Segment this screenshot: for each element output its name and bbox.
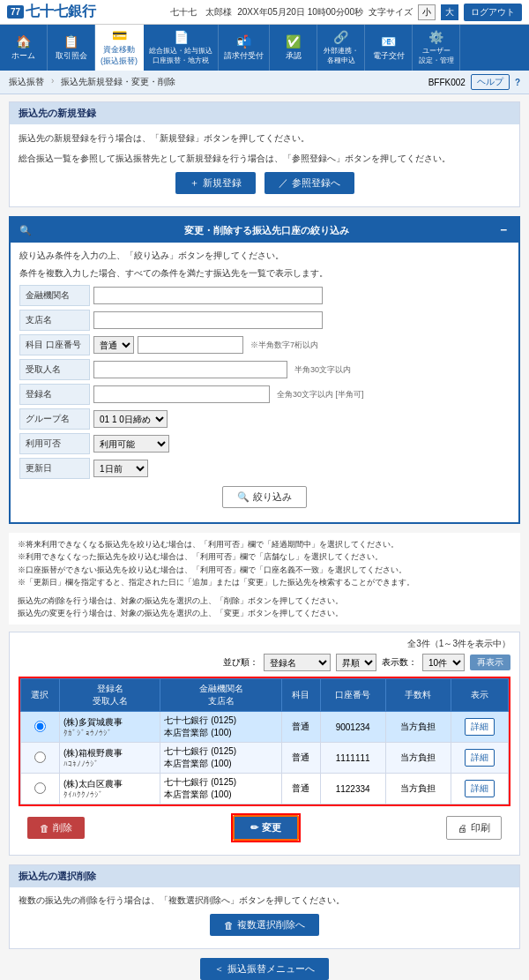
row2-detail-button[interactable]: 詳細 (465, 749, 495, 767)
row2-radio[interactable] (34, 752, 46, 763)
user-icon: ⚙️ (428, 30, 443, 44)
back-button[interactable]: ＜ 振込振替メニューへ (200, 958, 329, 980)
nav-item-approve[interactable]: ✅ 承認 (270, 25, 317, 71)
regname-input-area: 全角30文字以内 [半角可] (93, 385, 510, 403)
delete-btn-label: 削除 (53, 821, 72, 834)
nav-label-user: ユーザー 設定・管理 (419, 46, 454, 65)
dispcount-select[interactable]: 10件20件50件 (422, 654, 465, 671)
back-btn-row: ＜ 振込振替メニューへ (9, 958, 520, 980)
row2-detail[interactable]: 詳細 (451, 743, 508, 774)
row1-select[interactable] (21, 712, 60, 743)
print-button[interactable]: 🖨 印刷 (446, 816, 502, 840)
nav-item-receipt[interactable]: 📬 請求付受付 (219, 25, 270, 71)
row3-fee: 当方負担 (385, 774, 451, 804)
search-icon: 🔍 (237, 491, 250, 503)
new-reg-btn-label: 新規登録 (203, 176, 242, 190)
table-row: (株)多賀城農事 ﾀｶﾞｼﾞｮｳﾉｳｼﾞ 七十七銀行 (0125) 本店営業部 … (21, 712, 509, 743)
available-select[interactable]: 利用可能利用不可経過期間中店舗名不一致 (93, 435, 169, 453)
sel-del-title: 振込先の選択削除 (10, 865, 519, 887)
reload-button[interactable]: 再表示 (470, 655, 510, 670)
search-button[interactable]: 🔍 絞り込み (222, 486, 307, 508)
breadcrumb-separator: › (51, 76, 54, 88)
bank-logo-area: 77 七十七銀行 (7, 3, 96, 21)
row1-detail[interactable]: 詳細 (451, 712, 508, 743)
breadcrumb-code: BFFK002 (428, 78, 466, 87)
note-3: ※口座振替ができない振込先を絞り込む場合は、「利用可否」欄で「口座名義不一致」を… (18, 564, 511, 576)
search-btn-row: 🔍 絞り込み (19, 486, 510, 508)
trash-icon: 🗑 (40, 823, 49, 834)
ref-reg-button[interactable]: ／ 参照登録へ (264, 172, 354, 194)
row3-radio[interactable] (34, 782, 46, 794)
font-small-btn[interactable]: 小 (418, 4, 436, 20)
delete-button[interactable]: 🗑 削除 (27, 817, 85, 839)
results-table-container: 選択 登録名受取人名 金融機関名支店名 科目 口座番号 手数料 表示 (19, 677, 510, 806)
nav-item-user[interactable]: ⚙️ ユーザー 設定・管理 (413, 25, 460, 71)
sort-select[interactable]: 登録名受取人名金融機関名 (264, 654, 331, 671)
row1-type: 普通 (281, 712, 320, 743)
new-reg-title: 振込先の新規登録 (10, 102, 519, 124)
nav-item-inquiry[interactable]: 📋 取引照会 (48, 25, 95, 71)
group-label: グループ名 (19, 408, 90, 430)
datetime: 20XX年05月20日 10時00分00秒 (237, 6, 363, 19)
regname-input[interactable] (93, 385, 270, 403)
row1-detail-button[interactable]: 詳細 (465, 718, 495, 736)
row3-detail[interactable]: 詳細 (451, 774, 508, 804)
main-nav: 🏠 ホーム 📋 取引照会 💳 資金移動 (振込振替) 📄 総合振込・給与振込 口… (0, 25, 529, 71)
row1-radio[interactable] (34, 721, 46, 732)
recipient-input[interactable] (93, 361, 287, 378)
help-icon: ? (515, 78, 520, 87)
filter-search-icon: 🔍 (19, 225, 32, 236)
recipient-input-area: 半角30文字以内 (93, 361, 510, 378)
font-large-btn[interactable]: 大 (441, 4, 458, 20)
form-row-account: 科目 口座番号 普通当座貯蓄 ※半角数字7桁以内 (19, 334, 510, 355)
top-bar: 77 七十七銀行 七十七 太郎様 20XX年05月20日 10時00分00秒 文… (0, 0, 529, 25)
row1-bank: 七十七銀行 (0125) 本店営業部 (100) (160, 712, 281, 743)
back-btn-label: 振込振替メニューへ (227, 962, 315, 976)
nav-item-foreign[interactable]: 🔗 外部連携・ 各種申込 (317, 25, 365, 71)
nav-label-receipt: 請求付受付 (224, 50, 264, 62)
breadcrumb: 振込振替 › 振込先新規登録・変更・削除 BFFK002 ヘルプ ? (0, 71, 529, 94)
sort-label: 並び順： (223, 656, 258, 669)
results-info: 全3件（1～3件を表示中） (19, 638, 510, 650)
form-row-branch: 支店名 (19, 310, 510, 331)
filter-section: 🔍 変更・削除する振込先口座の絞り込み － 絞り込み条件を入力の上、「絞り込み」… (9, 216, 520, 524)
nav-item-home[interactable]: 🏠 ホーム (0, 25, 48, 71)
top-bar-right: 七十七 太郎様 20XX年05月20日 10時00分00秒 文字サイズ 小 大 … (170, 4, 522, 21)
print-btn-label: 印刷 (471, 821, 490, 834)
row3-select[interactable] (21, 774, 60, 804)
account-number-input[interactable] (138, 336, 243, 354)
results-section: 全3件（1～3件を表示中） 並び順： 登録名受取人名金融機関名 昇順降順 表示数… (9, 632, 520, 856)
row2-type: 普通 (281, 743, 320, 774)
branch-input[interactable] (93, 311, 323, 329)
form-row-available: 利用可否 利用可能利用不可経過期間中店舗名不一致 (19, 433, 510, 454)
account-type-select[interactable]: 普通当座貯蓄 (93, 336, 134, 354)
results-table: 選択 登録名受取人名 金融機関名支店名 科目 口座番号 手数料 表示 (20, 678, 509, 804)
multi-del-button[interactable]: 🗑 複数選択削除へ (210, 914, 319, 936)
nav-label-payroll: 総合振込・給与振込 口座振替・地方税 (149, 46, 212, 65)
filter-collapse-button[interactable]: － (497, 222, 510, 238)
multi-del-icon: 🗑 (224, 920, 234, 931)
row2-select[interactable] (21, 743, 60, 774)
form-row-updatedate: 更新日 1日前3日前7日前1ヶ月前 (19, 458, 510, 479)
branch-label: 支店名 (19, 310, 90, 331)
nav-item-epay[interactable]: 📧 電子交付 (365, 25, 413, 71)
updatedate-select[interactable]: 1日前3日前7日前1ヶ月前 (93, 460, 148, 477)
change-button[interactable]: ✏ 変更 (233, 815, 299, 841)
order-select[interactable]: 昇順降順 (336, 654, 376, 671)
row1-regname: (株)多賀城農事 ﾀｶﾞｼﾞｮｳﾉｳｼﾞ (59, 712, 160, 743)
group-select[interactable]: 01 1 0日締め (93, 410, 168, 428)
nav-item-payroll[interactable]: 📄 総合振込・給与振込 口座振替・地方税 (144, 25, 219, 71)
ref-reg-btn-label: 参照登録へ (292, 176, 340, 190)
logout-button[interactable]: ログアウト (464, 4, 522, 21)
transfer-icon: 💳 (112, 28, 127, 42)
bank-label: 金融機関名 (19, 285, 90, 306)
nav-item-transfer[interactable]: 💳 資金移動 (振込振替) (95, 25, 144, 71)
help-button[interactable]: ヘルプ (471, 74, 510, 90)
bank-name: 七十七銀行 (26, 3, 96, 21)
bank-name-input[interactable] (93, 287, 323, 304)
nav-label-home: ホーム (11, 50, 35, 62)
breadcrumb-right: BFFK002 ヘルプ ? (428, 74, 520, 90)
new-reg-button[interactable]: ＋ 新規登録 (175, 172, 256, 194)
row3-detail-button[interactable]: 詳細 (465, 780, 495, 797)
filter-desc2: 条件を複数入力した場合、すべての条件を満たす振込先を一覧で表示します。 (19, 267, 510, 280)
